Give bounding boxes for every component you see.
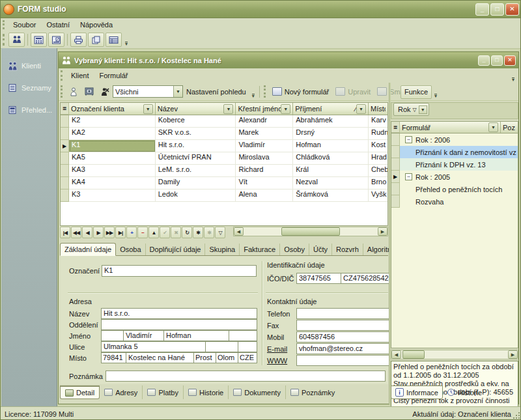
tab-poznamky[interactable]: Poznámky	[286, 385, 339, 399]
nav-refresh-button[interactable]: ↻	[182, 227, 192, 238]
psc-field[interactable]: 79841	[101, 352, 126, 363]
clients-button[interactable]	[8, 33, 25, 47]
nav-filter-button[interactable]: ▽	[215, 227, 225, 238]
grid-menu-icon[interactable]: ≣	[61, 103, 69, 115]
tree-item-selected[interactable]: Přiznání k dani z nemovitostí vz	[391, 146, 518, 158]
column-filter-icon[interactable]: ▼	[488, 122, 498, 132]
scroll-right-icon[interactable]: ▶	[378, 227, 387, 236]
tab-osoba[interactable]: Osoba	[116, 244, 145, 255]
tab-rozvrh[interactable]: Rozvrh	[332, 244, 363, 255]
nav-delete-button[interactable]: −	[137, 227, 148, 238]
client-minimize-button[interactable]: _	[478, 55, 490, 66]
column-header-misto[interactable]: Místo	[369, 103, 387, 115]
nav-last-button[interactable]: ▶|	[115, 227, 126, 238]
krestni-field[interactable]: Vladimír	[123, 330, 163, 341]
view-filter-combobox[interactable]: Všichni ▼	[113, 85, 183, 98]
titul2-field[interactable]	[229, 330, 257, 341]
tree-item[interactable]: Rozvaha	[391, 195, 518, 208]
resize-grip[interactable]	[513, 412, 520, 419]
collapse-icon[interactable]: −	[405, 173, 412, 180]
scrollbar-thumb[interactable]	[402, 350, 425, 359]
nav-goto-bookmark-button[interactable]: ✱	[204, 227, 214, 238]
collapse-icon[interactable]: −	[405, 136, 412, 143]
functions-button[interactable]: Funkce	[401, 85, 432, 99]
forms-button[interactable]	[48, 33, 64, 47]
edit-form-button[interactable]: Upravit	[332, 85, 374, 98]
calculator-button[interactable]	[31, 33, 47, 47]
stat-field[interactable]: CZE	[238, 352, 257, 363]
menu-ostatni[interactable]: Ostatní	[41, 20, 74, 30]
nav-cancel-button[interactable]: ✖	[171, 227, 181, 238]
tree-group-row[interactable]: −Rok : 2006	[391, 133, 518, 146]
titul-field[interactable]	[101, 330, 123, 341]
toolbar-overflow-button[interactable]: ▾	[122, 33, 130, 47]
nav-first-button[interactable]: |◀	[60, 227, 70, 238]
tab-dokumenty[interactable]: Dokumenty	[229, 385, 286, 399]
chevron-down-icon[interactable]: ▼	[419, 105, 427, 114]
table-row[interactable]: KA4 Damily Vít Nezval Brno	[61, 177, 387, 189]
nav-insert-button[interactable]: +	[126, 227, 137, 238]
tab-osoby[interactable]: Osoby	[280, 244, 309, 255]
telefon-field[interactable]	[296, 308, 389, 319]
tab-informace[interactable]: i Informace	[391, 385, 443, 399]
cislo2-field[interactable]	[238, 341, 257, 352]
toolbar-grip[interactable]	[61, 85, 64, 98]
tree-item[interactable]: Přehled o peněžních tocích	[391, 183, 518, 195]
client-person-button[interactable]	[66, 85, 81, 98]
client-archive-button[interactable]	[82, 85, 96, 98]
tab-skupina[interactable]: Skupina	[205, 244, 240, 255]
list-button[interactable]	[106, 33, 122, 47]
table-row[interactable]: KA3 LeM. s.r.o. Richard Král Cheb	[61, 165, 387, 177]
group-by-rok-button[interactable]: Rok ▽ ▼	[393, 103, 429, 116]
table-row[interactable]: KA2 SKR v.o.s. Marek Drsný Rudn	[61, 128, 387, 140]
tab-historie[interactable]: Historie	[184, 385, 229, 399]
nazev-field[interactable]: Hit s.r.o.	[101, 308, 257, 319]
close-button[interactable]: ✕	[505, 3, 519, 16]
tree-group-row-current[interactable]: ▶ −Rok : 2005	[391, 171, 518, 183]
scroll-left-icon[interactable]: ◀	[234, 227, 244, 236]
tab-adresy[interactable]: Adresy	[100, 385, 143, 399]
misto-field[interactable]: Kostelec na Hané	[126, 352, 193, 363]
nav-post-button[interactable]: ✔	[160, 227, 170, 238]
kraj-field[interactable]: Olom	[216, 352, 238, 363]
table-row[interactable]: K3 Ledok Alena Šrámková Vyšk	[61, 189, 387, 202]
column-header-nazev[interactable]: Název▼	[156, 103, 236, 115]
fax-field[interactable]	[296, 320, 389, 331]
toolbar-overflow-button[interactable]: ▾	[249, 85, 257, 99]
column-header-oznaceni[interactable]: Označení klienta▼	[69, 103, 156, 115]
scroll-right-icon[interactable]: ▶	[508, 350, 518, 359]
column-filter-icon[interactable]: ▼	[143, 104, 153, 114]
forms-horizontal-scrollbar[interactable]: ◀ ▶	[391, 350, 518, 359]
tab-detail[interactable]: Detail	[60, 385, 100, 399]
www-field[interactable]	[296, 355, 389, 366]
column-filter-icon[interactable]: ▼	[223, 104, 233, 114]
nav-fast-prev-button[interactable]: ◀◀	[71, 227, 81, 238]
maximize-button[interactable]: □	[490, 3, 504, 16]
ico-field[interactable]: 38747565	[296, 273, 341, 284]
toolbar-grip[interactable]	[264, 85, 267, 98]
table-row[interactable]: K2 Koberce Alexandr Abrahámek Karv	[61, 115, 387, 128]
tab-platby[interactable]: Platby	[143, 385, 184, 399]
sidebar-item-prehledy[interactable]: Přehled...	[1, 102, 57, 119]
chevron-down-icon[interactable]: ▼	[173, 86, 182, 97]
tree-item[interactable]: Přiznání k DPH vz. 13	[391, 158, 518, 171]
nav-next-button[interactable]: ▶	[93, 227, 104, 238]
column-filter-icon[interactable]: ▼	[356, 104, 366, 114]
menu-grip[interactable]	[3, 20, 6, 29]
grid-menu-icon[interactable]: ≣	[391, 122, 400, 133]
tab-doplnujici-udaje[interactable]: Doplňující údaje	[146, 244, 206, 255]
cislo-field[interactable]	[205, 341, 238, 352]
oddeleni-field[interactable]	[101, 319, 257, 330]
column-filter-icon[interactable]: ▼	[281, 104, 290, 114]
client-delete-button[interactable]	[98, 85, 112, 98]
okres-field[interactable]: Prost	[193, 352, 216, 363]
menu-grip[interactable]	[61, 70, 64, 80]
tab-fakturace[interactable]: Fakturace	[240, 244, 280, 255]
poznamka-field[interactable]	[106, 371, 386, 382]
nav-prev-button[interactable]: ◀	[82, 227, 92, 238]
menu-formular[interactable]: Formulář	[94, 70, 134, 81]
nav-edit-button[interactable]: ▲	[148, 227, 159, 238]
scrollbar-thumb[interactable]	[281, 227, 340, 236]
tab-historie-panel[interactable]: Historie	[443, 385, 486, 399]
prijmeni-field[interactable]: Hofman	[163, 330, 229, 341]
